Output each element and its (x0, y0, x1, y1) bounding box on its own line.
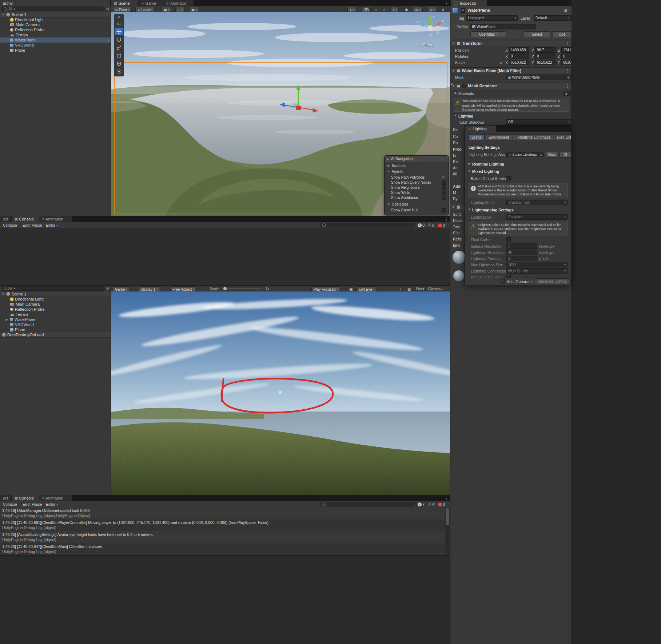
option-show-path-query-nodes[interactable]: Show Path Query Nodes (385, 180, 449, 185)
foldout-icon[interactable]: ▼ (387, 203, 390, 206)
tab-console[interactable]: ▤ Console (12, 495, 39, 501)
game-viewport[interactable] (111, 291, 450, 495)
collapse-button[interactable]: Collapse (3, 502, 17, 506)
mesh-renderer-header[interactable]: ▼ ▦ Mesh Renderer ⋮ (450, 83, 571, 89)
scene-options-icon[interactable]: ⋮ (105, 292, 109, 297)
console-search-input[interactable] (320, 502, 415, 506)
move-gizmo[interactable] (276, 84, 324, 124)
open-button-partial[interactable]: Ope (553, 31, 572, 37)
mixed-lighting-header[interactable]: Mixed Lighting (472, 169, 499, 174)
foldout-icon[interactable]: ▼ (387, 170, 390, 173)
checkbox[interactable] (442, 186, 446, 190)
checkbox[interactable] (442, 180, 446, 185)
position-x-field[interactable]: 1490.659 (509, 47, 529, 53)
mesh-object-field[interactable]: ▦ WaterBasicPlane ⊙ (506, 75, 572, 80)
max-lightmap-size-dropdown[interactable]: 1024▾ (506, 262, 568, 267)
foldout-icon[interactable]: ▶ (468, 162, 471, 165)
tab-scene[interactable]: ▦ Scene (111, 0, 139, 6)
console-scrollbar[interactable] (446, 507, 449, 555)
scene-dock-menu-icon[interactable]: ⋮ (445, 1, 449, 6)
hierarchy-item-directional-light[interactable]: Directional Light (0, 297, 111, 302)
settings-asset-field[interactable]: ☼ Scene 1Settings ⊙ (506, 152, 544, 157)
lighting-foldout-icon[interactable]: ▼ (454, 114, 457, 117)
scene-audio-toggle-icon[interactable]: ♪ (383, 8, 385, 12)
select-button[interactable]: Select (523, 31, 551, 37)
component-menu-icon[interactable]: ⋮ (566, 84, 570, 88)
hierarchy-item-plane[interactable]: Plane (0, 48, 111, 53)
perspective-label[interactable]: < Persp (419, 43, 433, 47)
open-prefab-chevron-icon[interactable]: › (108, 38, 109, 42)
cast-shadows-dropdown[interactable]: Off▾ (506, 119, 572, 125)
object-picker-icon[interactable]: ⊙ (539, 153, 542, 156)
component-menu-icon[interactable]: ⋮ (566, 68, 570, 73)
hierarchy-search-input[interactable]: All ▾ (1, 286, 105, 291)
view-tool-button[interactable] (115, 20, 123, 27)
scene-options-icon[interactable]: ⋮ (105, 12, 109, 17)
hierarchy-item-waterplane[interactable]: ▶ WaterPlane (0, 317, 111, 322)
hierarchy-item-main-camera[interactable]: Main Camera (0, 22, 111, 27)
rotation-z-field[interactable]: 0 (561, 53, 572, 59)
lighting-tab-realtime-lightmaps[interactable]: Realtime Lightmaps (513, 134, 556, 140)
inspector-dock-menu-icon[interactable]: ⋮ (566, 1, 570, 6)
materials-count-field[interactable]: 2 (564, 91, 572, 96)
scale-x-field[interactable]: 6510.622 (509, 60, 529, 65)
obstacles-foldout[interactable]: ▼ Obstacles (385, 202, 449, 207)
scale-tool-button[interactable] (115, 44, 123, 51)
scene-lighting-toggle-icon[interactable]: ☼ (374, 8, 378, 12)
scale-z-field[interactable]: 6510 (561, 60, 572, 65)
console-log-area-empty[interactable] (0, 228, 450, 285)
overlay-drag-icon[interactable]: ≡ (387, 157, 389, 161)
realtime-lighting-header[interactable]: Realtime Lighting (472, 162, 504, 166)
material-preview-sphere[interactable] (453, 270, 464, 281)
scene-foldout-icon[interactable]: ▼ (1, 13, 5, 16)
checkbox-checked[interactable] (442, 175, 446, 180)
error-pause-button[interactable]: Error Pause (23, 223, 42, 227)
hierarchy-menu-icon[interactable]: ⋮ (103, 1, 107, 5)
collapse-button[interactable]: Collapse (3, 223, 17, 227)
scene-header-row[interactable]: ▼ Scene 1 ⋮ (0, 291, 111, 297)
scale-slider[interactable] (223, 289, 262, 289)
water-script-header-partial[interactable]: ▼ (450, 204, 465, 210)
lightmapper-dropdown[interactable]: Enlighten▾ (506, 214, 568, 220)
lighting-mode-dropdown[interactable]: Shadowmask▾ (506, 200, 568, 205)
mute-audio-icon[interactable]: ♪ (399, 287, 401, 291)
hierarchy-item-main-camera[interactable]: Main Camera (0, 302, 111, 307)
clone-button-partial[interactable]: Cl (560, 152, 571, 158)
capture-icon[interactable]: ▣ (349, 287, 353, 291)
checkbox[interactable] (442, 208, 446, 212)
log-entry[interactable]: 1:46:19] UdonManager.OnSceneLoaded took … (0, 507, 445, 519)
info-counter[interactable]: ! 0 (418, 223, 425, 227)
agents-foldout[interactable]: ▼ Agents (385, 169, 449, 174)
console-search-input[interactable] (320, 223, 415, 227)
hierarchy-item-reflection-probe[interactable]: Reflection Probe (0, 27, 111, 32)
prefab-object-field[interactable]: WaterPlane (470, 24, 536, 29)
rotate-tool-button[interactable] (115, 36, 123, 43)
ai-navigation-header[interactable]: ≡ AI Navigation (385, 156, 449, 162)
tab-console[interactable]: ▤ Console (12, 216, 39, 222)
tab-project-partial[interactable]: ect (0, 216, 12, 222)
warning-counter[interactable]: ⚠ 4 (428, 501, 434, 506)
hierarchy-item-terrain[interactable]: Terrain (0, 312, 111, 317)
vsync-grid-icon[interactable]: ▦ (407, 287, 411, 291)
tab-inspector[interactable]: i Inspector (451, 0, 487, 6)
final-gather-checkbox[interactable] (506, 237, 511, 242)
new-button[interactable]: New (546, 152, 558, 158)
position-z-field[interactable]: 1741 (561, 47, 572, 53)
scene-options-icon[interactable]: ⋮ (105, 333, 109, 337)
rotation-x-field[interactable]: 0 (509, 53, 529, 59)
hierarchy-item-reflection-probe[interactable]: Reflection Probe (0, 307, 111, 312)
gizmos-dropdown-button[interactable]: Gizmos ▾ (428, 287, 443, 291)
object-name[interactable]: WaterPlane (467, 8, 490, 12)
hierarchy-picker-icon[interactable]: ⊚ (106, 7, 109, 11)
material-preview-sphere[interactable] (453, 251, 466, 264)
tab-project-partial[interactable]: ect (0, 495, 12, 501)
scene-viewport[interactable]: ≡ (111, 12, 450, 216)
checkbox[interactable] (442, 191, 446, 195)
scrollbar-thumb[interactable] (446, 508, 449, 525)
tab-animation[interactable]: ● Animation (39, 216, 73, 222)
surfaces-foldout[interactable]: ▶ Surfaces (385, 163, 449, 168)
foldout-icon[interactable]: ▼ (452, 69, 455, 72)
rotation-y-field[interactable]: 0 (535, 53, 556, 59)
log-entry[interactable]: 1:46:20] [11:46:20.847][ClientSimMain] C… (0, 543, 445, 555)
layer-dropdown[interactable]: Default▾ (534, 15, 572, 21)
